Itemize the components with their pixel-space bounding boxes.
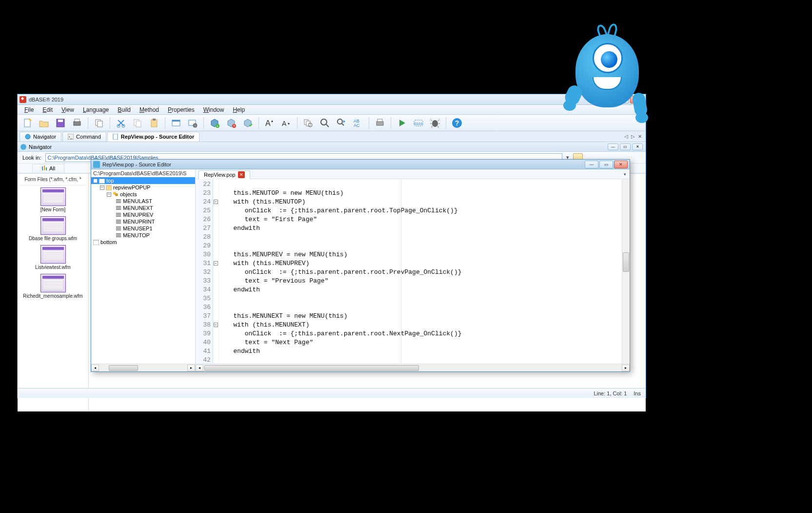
print-icon[interactable] (70, 117, 84, 129)
tree-menutop[interactable]: MENUTOP (91, 232, 195, 239)
paste-icon[interactable] (147, 117, 161, 129)
search-icon[interactable] (318, 117, 332, 129)
source-editor-titlebar[interactable]: RepView.pop - Source Editor — ▭ ✕ (91, 160, 630, 169)
tree-repviewpopup[interactable]: −repviewPOPUP (91, 184, 195, 191)
font-decrease-icon[interactable]: A▾ (279, 117, 293, 129)
menu-method[interactable]: Method (136, 105, 163, 114)
svg-rect-0 (24, 119, 30, 127)
cube-check-icon[interactable] (241, 117, 255, 129)
menu-properties[interactable]: Properties (164, 105, 198, 114)
cube-add-icon[interactable]: + (208, 117, 221, 129)
fold-toggle-icon[interactable]: − (214, 261, 218, 266)
svg-rect-2 (58, 120, 63, 122)
tree-menunext[interactable]: MENUNEXT (91, 205, 195, 211)
fold-toggle-icon[interactable]: − (214, 200, 218, 204)
find-pages-icon[interactable] (301, 117, 315, 129)
vscroll-thumb[interactable] (623, 252, 629, 272)
cube-remove-icon[interactable]: × (224, 117, 238, 129)
editor-close-button[interactable]: ✕ (614, 161, 628, 168)
tree-scroll-thumb[interactable] (109, 365, 138, 371)
scroll-left-icon[interactable]: ◂ (196, 365, 203, 371)
tab-next-icon[interactable]: ▷ (631, 134, 635, 139)
status-mode: Ins (634, 390, 641, 396)
run-icon[interactable] (395, 117, 409, 129)
open-icon[interactable] (37, 117, 51, 129)
tree-menusep1[interactable]: MENUSEP1 (91, 225, 195, 232)
svg-point-39 (25, 134, 30, 139)
code-vscrollbar[interactable] (622, 179, 630, 364)
nav-restore-icon[interactable]: ▭ (620, 144, 631, 150)
menu-language[interactable]: Language (79, 105, 113, 114)
file-dbase-groups[interactable]: Dbase file groups.wfm (20, 216, 86, 241)
code-hscroll-thumb[interactable] (204, 365, 419, 371)
menu-window[interactable]: Window (199, 105, 228, 114)
code-tab-repview[interactable]: RepView.pop ✕ (198, 170, 250, 179)
new-icon[interactable] (20, 117, 34, 129)
svg-text:AC: AC (354, 123, 360, 128)
toolbar: + × A▴ A▾ ABAC 0101 ? (18, 115, 646, 131)
editor-maximize-button[interactable]: ▭ (599, 161, 613, 168)
copy-icon[interactable] (92, 117, 106, 129)
menu-help[interactable]: Help (229, 105, 249, 114)
tab-navigator[interactable]: Navigator (20, 132, 61, 142)
code-text[interactable]: this.MENUTOP = new MENU(this) with (this… (219, 179, 622, 364)
doc-icon (113, 134, 119, 140)
file-richedit[interactable]: Richedit_memosample.wfm (20, 274, 86, 299)
help-icon[interactable]: ? (450, 117, 464, 129)
form-icon[interactable] (169, 117, 183, 129)
scroll-right-icon[interactable]: ▸ (622, 365, 630, 371)
debug-icon[interactable] (428, 117, 442, 129)
form-gear-icon[interactable] (186, 117, 199, 129)
tree-menuprint[interactable]: MENUPRINT (91, 218, 195, 225)
file-listviewtest[interactable]: Listviewtest.wfm (20, 245, 86, 270)
search-next-icon[interactable] (335, 117, 348, 129)
replace-icon[interactable]: ABAC (351, 117, 365, 129)
menu-build[interactable]: Build (114, 105, 135, 114)
tab-close-icon[interactable]: ✕ (638, 134, 642, 139)
svg-text:▴: ▴ (271, 119, 273, 123)
cmd-icon: ›_ (68, 134, 74, 140)
svg-rect-43 (42, 166, 43, 170)
collapse-icon[interactable]: − (93, 179, 98, 183)
tab-close-icon[interactable]: ✕ (238, 171, 245, 178)
file-list: Form Files (*.wfm, *.cfm, * [New Form] D… (18, 174, 89, 411)
save-icon[interactable] (54, 117, 67, 129)
collapse-icon[interactable]: − (100, 185, 104, 190)
cut-icon[interactable] (114, 117, 128, 129)
fold-toggle-icon[interactable]: − (214, 323, 218, 327)
tree-top[interactable]: −top (91, 177, 195, 184)
svg-rect-65 (116, 233, 121, 234)
tree-menulast[interactable]: MENULAST (91, 198, 195, 205)
file-new-form[interactable]: [New Form] (20, 187, 86, 212)
titlebar[interactable]: dBASE® 2019 — ▭ ✕ (18, 94, 646, 105)
compile-icon[interactable]: 0101 (412, 117, 425, 129)
tab-prev-icon[interactable]: ◁ (624, 134, 628, 139)
nav-close-icon[interactable]: ✕ (632, 144, 643, 150)
tree-hscrollbar[interactable]: ◂ ▸ (91, 364, 195, 371)
menu-file[interactable]: File (20, 105, 38, 114)
font-increase-icon[interactable]: A▴ (263, 117, 277, 129)
tabs-chevron-icon[interactable]: ▾ (622, 171, 628, 177)
tree-objects[interactable]: −objects (91, 191, 195, 198)
code-area[interactable]: 2223242526272829303132333435363738394041… (196, 179, 630, 364)
svg-text:?: ? (455, 119, 459, 127)
tree-bottom[interactable]: bottom (91, 239, 195, 246)
copy2-icon[interactable] (131, 117, 144, 129)
collapse-icon[interactable]: − (107, 192, 111, 197)
nav-minimize-icon[interactable]: — (608, 144, 618, 150)
code-hscrollbar[interactable]: ◂ ▸ (196, 364, 630, 371)
scroll-left-icon[interactable]: ◂ (91, 365, 99, 371)
tab-source-editor[interactable]: RepView.pop - Source Editor (107, 132, 199, 142)
print2-icon[interactable] (373, 117, 387, 129)
svg-text:×: × (233, 123, 236, 128)
svg-rect-14 (172, 120, 180, 122)
tree-menuprev[interactable]: MENUPREV (91, 211, 195, 218)
svg-rect-58 (116, 216, 121, 217)
svg-rect-67 (116, 236, 121, 237)
filter-all[interactable]: All (32, 164, 64, 173)
menu-edit[interactable]: Edit (39, 105, 57, 114)
scroll-right-icon[interactable]: ▸ (187, 365, 195, 371)
tab-command[interactable]: ›_ Command (62, 132, 106, 142)
editor-minimize-button[interactable]: — (585, 161, 598, 168)
menu-view[interactable]: View (58, 105, 78, 114)
